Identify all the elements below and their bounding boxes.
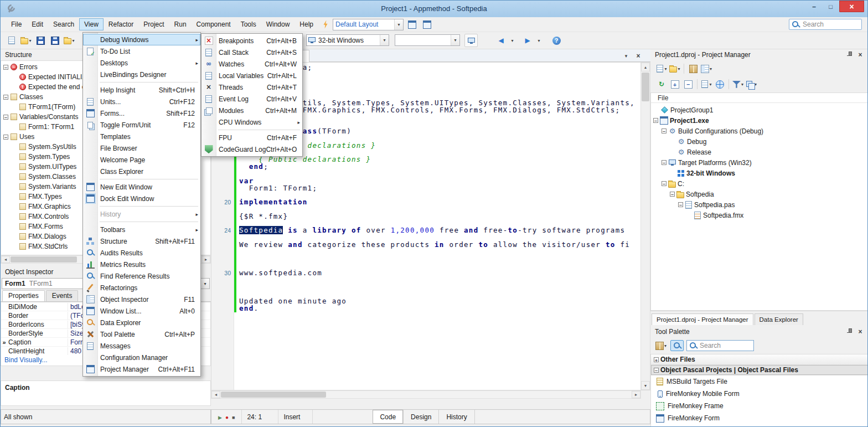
editor-vertical-scrollbar[interactable]: ▴ ▾	[640, 63, 650, 390]
close-button[interactable]	[856, 51, 864, 59]
pm-node-softpedia[interactable]: −Softpedia	[651, 189, 868, 199]
view-menu-item-welcome-page[interactable]: Welcome Page	[83, 154, 200, 166]
view-menu-item-file-browser[interactable]: File Browser	[83, 142, 200, 154]
secondary-combo[interactable]	[395, 34, 460, 46]
scroll-right-arrow-icon[interactable]: ▸	[202, 256, 210, 263]
editor-tab-history[interactable]: History	[439, 410, 474, 424]
expand-toggle-icon[interactable]: −	[3, 65, 8, 70]
pm-node-target-platforms-win32[interactable]: −Target Platforms (Win32)	[651, 157, 868, 168]
expand-toggle-icon[interactable]: +	[654, 357, 659, 362]
navigate-forward-menu-button[interactable]: ▾	[533, 34, 544, 47]
pm-node-debug[interactable]: Debug	[651, 136, 868, 147]
menu-edit[interactable]: Edit	[27, 18, 48, 30]
editor-horizontal-scrollbar[interactable]: ◂ ▸	[211, 390, 641, 399]
view-menu-item-tool-palette[interactable]: Tool PaletteCtrl+Alt+P	[83, 328, 200, 340]
new-item-button[interactable]: ▾	[655, 62, 668, 75]
new-item-button[interactable]	[5, 34, 18, 47]
set-debug-desktop-button[interactable]	[420, 18, 433, 30]
navigate-back-menu-button[interactable]: ▾	[507, 34, 518, 47]
navigate-back-button[interactable]: ◀	[495, 34, 507, 47]
scroll-left-arrow-icon[interactable]: ◂	[211, 391, 220, 398]
debug-submenu-item-breakpoints[interactable]: BreakpointsCtrl+Alt+B	[202, 35, 302, 47]
menu-window[interactable]: Window	[261, 18, 295, 30]
debug-submenu-item-watches[interactable]: WatchesCtrl+Alt+W	[202, 58, 302, 70]
menu-refactor[interactable]: Refactor	[104, 18, 138, 30]
view-menu-item-toolbars[interactable]: Toolbars▸	[83, 224, 200, 235]
connections-button[interactable]	[713, 78, 726, 91]
flash-icon[interactable]	[323, 20, 328, 29]
sync-button[interactable]	[655, 78, 668, 91]
view-menu-item-refactorings[interactable]: Refactorings	[83, 282, 200, 294]
pm-column-header[interactable]: File	[651, 93, 868, 103]
editor-tab-design[interactable]: Design	[404, 410, 439, 424]
view-menu-item-window-list[interactable]: Window List...Alt+0	[83, 305, 200, 317]
debug-submenu-item-local-variables[interactable]: Local VariablesCtrl+Alt+L	[202, 70, 302, 81]
view-menu-item-desktops[interactable]: Desktops▸	[83, 57, 200, 69]
view-menu-item-new-edit-window[interactable]: New Edit Window	[83, 181, 200, 193]
macro-stop-icon[interactable]	[232, 413, 235, 421]
expand-toggle-icon[interactable]: −	[3, 115, 8, 120]
open-button[interactable]: ▾	[668, 62, 681, 75]
macro-record-icon[interactable]	[225, 413, 229, 421]
scrollbar-thumb[interactable]	[642, 73, 649, 101]
target-platform-combo[interactable]: 32-bit Windows	[306, 34, 389, 46]
view-grid-button[interactable]: ▾	[700, 62, 713, 75]
menu-tools[interactable]: Tools	[236, 18, 261, 30]
pin-button[interactable]	[845, 328, 853, 336]
save-button[interactable]	[34, 34, 47, 47]
tab-close-icon[interactable]	[634, 52, 643, 60]
pm-node-32-bit-windows[interactable]: 32-bit Windows	[651, 168, 868, 178]
tab-data-explorer[interactable]: Data Explorer	[755, 313, 803, 325]
scroll-left-arrow-icon[interactable]: ◂	[1, 256, 10, 263]
menu-project[interactable]: Project	[138, 18, 169, 30]
palette-item-firemonkey-frame[interactable]: FireMonkey Frame	[651, 400, 868, 412]
expand-all-button[interactable]	[668, 78, 681, 91]
open-button[interactable]: ▾	[19, 34, 33, 47]
view-menu-item-history[interactable]: History▸	[83, 208, 200, 220]
debug-submenu-item-event-log[interactable]: Event LogCtrl+Alt+V	[202, 93, 302, 105]
menu-component[interactable]: Component	[192, 18, 236, 30]
editor-tab-code[interactable]: Code	[373, 410, 404, 424]
list-view-button[interactable]: ▾	[700, 78, 713, 91]
view-menu-item-help-insight[interactable]: Help InsightShift+Ctrl+H	[83, 84, 200, 96]
debug-submenu-item-threads[interactable]: ThreadsCtrl+Alt+T	[202, 81, 302, 93]
view-menu-item-forms[interactable]: Forms...Shift+F12	[83, 107, 200, 119]
view-menu-item-messages[interactable]: Messages	[83, 340, 200, 352]
close-button[interactable]	[839, 1, 864, 12]
pm-node-softpedia-pas[interactable]: −Softpedia.pas	[651, 199, 868, 210]
scrollbar-thumb[interactable]	[221, 392, 326, 398]
macro-play-icon[interactable]	[218, 413, 222, 421]
device-button[interactable]	[464, 34, 478, 47]
secondary-combo-arrow-icon[interactable]	[451, 35, 459, 45]
pm-node-softpedia-fmx[interactable]: Softpedia.fmx	[651, 210, 868, 220]
expand-toggle-icon[interactable]: −	[678, 202, 683, 207]
object-combo-arrow-icon[interactable]	[200, 279, 209, 289]
view-menu-item-structure[interactable]: StructureShift+Alt+F11	[83, 235, 200, 247]
save-desktop-button[interactable]	[405, 18, 418, 30]
ide-search-box[interactable]: Search	[789, 19, 862, 30]
scrollbar-thumb[interactable]	[11, 256, 77, 263]
debug-submenu-item-modules[interactable]: ModulesCtrl+Alt+M	[202, 105, 302, 116]
palette-search-box[interactable]: Search	[686, 340, 754, 351]
debug-submenu-item-call-stack[interactable]: Call StackCtrl+Alt+S	[202, 47, 302, 58]
layout-combo-arrow-icon[interactable]	[394, 19, 403, 30]
view-menu-item-metrics-results[interactable]: Metrics Results	[83, 259, 200, 270]
view-menu-item-data-explorer[interactable]: Data Explorer	[83, 317, 200, 328]
pin-button[interactable]	[845, 51, 853, 59]
expand-toggle-icon[interactable]: −	[3, 95, 8, 100]
palette-item-firemonkey-mobile-form[interactable]: FireMonkey Mobile Form	[651, 388, 868, 400]
tab-project1-dproj-project-manager[interactable]: Project1.dproj - Project Manager	[652, 313, 753, 325]
expand-toggle-icon[interactable]: −	[654, 368, 659, 373]
package-button[interactable]	[686, 62, 700, 75]
expand-toggle-icon[interactable]: −	[662, 181, 666, 186]
pm-node-project1-exe[interactable]: −Project1.exe	[651, 115, 868, 126]
palette-group-other-files[interactable]: +Other Files	[651, 354, 868, 365]
view-menu-item-project-manager[interactable]: Project ManagerCtrl+Alt+F11	[83, 363, 200, 375]
debug-submenu-item-fpu[interactable]: FPUCtrl+Alt+F	[202, 132, 302, 143]
expand-toggle-icon[interactable]: −	[670, 192, 675, 197]
scroll-down-arrow-icon[interactable]: ▾	[641, 381, 650, 390]
build-groups-button[interactable]: ▾	[745, 78, 758, 91]
filter-button[interactable]: ▾	[731, 78, 745, 91]
minimize-button[interactable]	[806, 1, 822, 12]
property-value[interactable]: 480	[68, 347, 81, 355]
